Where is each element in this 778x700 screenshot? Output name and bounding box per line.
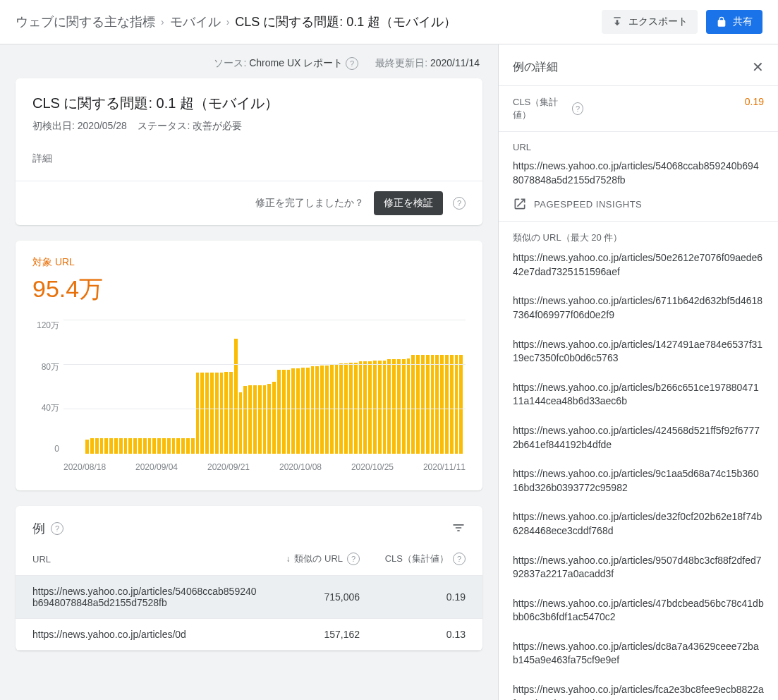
help-icon[interactable]: ? <box>346 57 358 70</box>
bar <box>196 373 200 454</box>
bar <box>100 438 104 454</box>
export-button[interactable]: エクスポート <box>602 10 698 34</box>
bar <box>119 438 123 454</box>
bar <box>234 339 238 454</box>
validate-fix-button[interactable]: 修正を検証 <box>374 191 443 215</box>
close-icon[interactable]: ✕ <box>752 59 764 76</box>
bar <box>291 368 295 454</box>
similar-url-item[interactable]: https://news.yahoo.co.jp/articles/9507d4… <box>513 554 764 581</box>
bar <box>243 386 247 454</box>
panel-cls-value: 0.19 <box>745 96 764 107</box>
bar <box>104 438 108 454</box>
similar-url-item[interactable]: https://news.yahoo.co.jp/articles/dc8a7a… <box>513 640 764 668</box>
bar <box>191 438 195 454</box>
bar <box>416 355 420 454</box>
panel-similar-label: 類似の URL（最大 20 件） <box>513 231 764 244</box>
bar <box>411 355 415 454</box>
bar <box>239 392 243 454</box>
bar <box>392 359 396 454</box>
bar <box>229 372 233 454</box>
help-icon[interactable]: ? <box>453 553 466 565</box>
bar <box>277 370 281 454</box>
similar-url-item[interactable]: https://news.yahoo.co.jp/articles/424568… <box>513 424 764 452</box>
similar-url-item[interactable]: https://news.yahoo.co.jp/articles/de32f0… <box>513 510 764 538</box>
bar <box>421 355 425 454</box>
bar <box>383 361 387 454</box>
issue-title: CLS に関する問題: 0.1 超（モバイル） <box>32 94 466 113</box>
bar <box>440 355 444 454</box>
bar <box>157 438 161 454</box>
share-button[interactable]: 共有 <box>706 10 762 34</box>
help-icon[interactable]: ? <box>347 553 360 565</box>
similar-url-item[interactable]: https://news.yahoo.co.jp/articles/b266c6… <box>513 381 764 409</box>
lock-icon <box>716 16 727 28</box>
col-similar-header[interactable]: ↓ 類似の URL ? <box>268 553 360 565</box>
filter-icon[interactable] <box>451 521 466 537</box>
bar <box>378 361 382 454</box>
bar <box>124 438 128 454</box>
help-icon[interactable]: ? <box>51 522 63 535</box>
chevron-right-icon: › <box>226 16 230 28</box>
sort-desc-icon: ↓ <box>286 554 290 564</box>
details-link[interactable]: 詳細 <box>32 152 466 165</box>
row-cls: 0.19 <box>360 591 466 603</box>
bar <box>181 438 185 454</box>
page-header: ウェブに関する主な指標 › モバイル › CLS に関する問題: 0.1 超（モ… <box>0 0 778 44</box>
row-url: https://news.yahoo.co.jp/articles/0d <box>32 629 268 640</box>
source-label: ソース: <box>214 57 246 68</box>
similar-url-item[interactable]: https://news.yahoo.co.jp/articles/6711b6… <box>513 294 764 322</box>
bar <box>95 438 99 454</box>
col-cls-header[interactable]: CLS（集計値） ? <box>360 553 466 565</box>
bar <box>128 438 132 454</box>
details-panel: 例の詳細 ✕ CLS（集計値） ? 0.19 URL https://news.… <box>498 44 778 700</box>
bar <box>397 359 401 454</box>
panel-cls-label: CLS（集計値） ? <box>513 96 583 121</box>
bar <box>138 438 142 454</box>
bar <box>373 361 377 454</box>
similar-url-item[interactable]: https://news.yahoo.co.jp/articles/142749… <box>513 338 764 366</box>
bar <box>311 366 315 454</box>
pagespeed-insights-link[interactable]: PAGESPEED INSIGHTS <box>513 197 764 211</box>
target-url-label: 対象 URL <box>32 256 466 269</box>
bar <box>426 355 430 454</box>
bar <box>445 355 449 454</box>
similar-url-item[interactable]: https://news.yahoo.co.jp/articles/50e261… <box>513 251 764 279</box>
updated-value: 2020/11/14 <box>430 57 480 68</box>
bar <box>85 440 89 454</box>
table-row[interactable]: https://news.yahoo.co.jp/articles/0d 157… <box>16 619 482 651</box>
download-icon <box>612 16 623 28</box>
bar <box>148 438 152 454</box>
similar-url-item[interactable]: https://news.yahoo.co.jp/articles/9c1aa5… <box>513 467 764 495</box>
bar <box>320 366 324 454</box>
help-icon[interactable]: ? <box>572 102 583 115</box>
export-label: エクスポート <box>628 16 688 28</box>
breadcrumb-item[interactable]: モバイル <box>170 13 221 30</box>
bar <box>224 372 228 454</box>
bar <box>263 385 267 454</box>
bar <box>301 368 305 454</box>
bar <box>368 361 372 454</box>
bar <box>143 438 147 454</box>
similar-url-item[interactable]: https://news.yahoo.co.jp/articles/fca2e3… <box>513 683 764 700</box>
col-url-header[interactable]: URL <box>32 554 268 565</box>
bar <box>220 373 224 454</box>
bar <box>215 373 219 454</box>
panel-url-label: URL <box>513 142 764 152</box>
examples-card: 例 ? URL ↓ 類似の URL ? CLS（集計値） ? <box>16 506 482 651</box>
breadcrumb-item[interactable]: ウェブに関する主な指標 <box>16 13 155 30</box>
share-label: 共有 <box>733 16 753 28</box>
help-icon[interactable]: ? <box>453 197 466 210</box>
bar <box>133 438 137 454</box>
similar-url-item[interactable]: https://news.yahoo.co.jp/articles/47bdcb… <box>513 597 764 624</box>
row-url: https://news.yahoo.co.jp/articles/54068c… <box>32 586 268 608</box>
bar <box>258 385 262 454</box>
table-row[interactable]: https://news.yahoo.co.jp/articles/54068c… <box>16 576 482 619</box>
bar <box>90 438 94 454</box>
open-in-icon <box>513 197 527 211</box>
bar <box>272 382 276 454</box>
bar <box>325 366 329 454</box>
examples-title: 例 ? <box>32 520 63 537</box>
bar <box>152 438 156 454</box>
bar <box>455 355 458 454</box>
bar <box>109 438 113 454</box>
